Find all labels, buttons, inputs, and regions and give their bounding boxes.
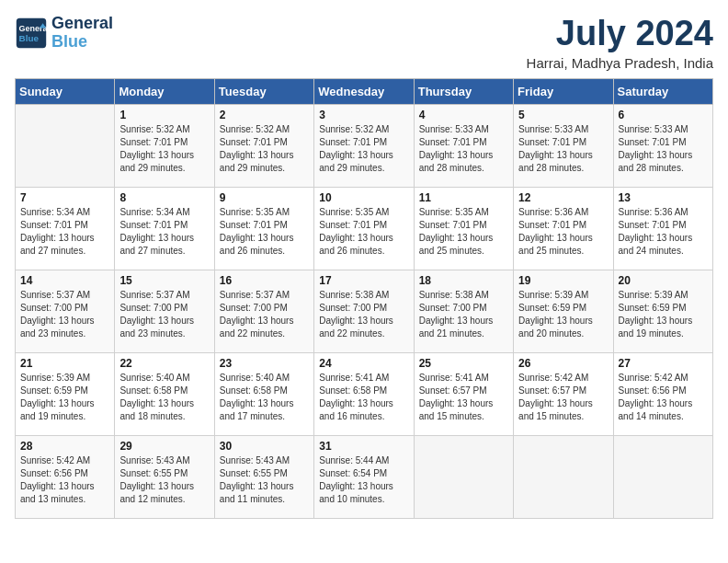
day-number: 25 <box>419 357 508 370</box>
day-number: 22 <box>119 357 209 370</box>
day-detail: Sunrise: 5:41 AMSunset: 6:58 PMDaylight:… <box>319 372 408 423</box>
day-cell: 4Sunrise: 5:33 AMSunset: 7:01 PMDaylight… <box>414 104 513 187</box>
day-cell: 26Sunrise: 5:42 AMSunset: 6:57 PMDayligh… <box>514 352 613 435</box>
day-number: 21 <box>20 357 109 370</box>
day-number: 14 <box>20 274 109 287</box>
column-header-wednesday: Wednesday <box>314 78 414 104</box>
day-cell: 17Sunrise: 5:38 AMSunset: 7:00 PMDayligh… <box>314 270 414 352</box>
day-detail: Sunrise: 5:36 AMSunset: 7:01 PMDaylight:… <box>518 206 608 258</box>
day-detail: Sunrise: 5:35 AMSunset: 7:01 PMDaylight:… <box>419 206 508 258</box>
day-detail: Sunrise: 5:38 AMSunset: 7:00 PMDaylight:… <box>419 289 508 340</box>
day-detail: Sunrise: 5:35 AMSunset: 7:01 PMDaylight:… <box>319 206 408 258</box>
day-cell: 5Sunrise: 5:33 AMSunset: 7:01 PMDaylight… <box>514 104 613 187</box>
header: General Blue General Blue July 2024 Harr… <box>15 15 713 71</box>
day-cell: 23Sunrise: 5:40 AMSunset: 6:58 PMDayligh… <box>214 352 313 435</box>
week-row-3: 14Sunrise: 5:37 AMSunset: 7:00 PMDayligh… <box>16 270 713 352</box>
day-detail: Sunrise: 5:38 AMSunset: 7:00 PMDaylight:… <box>319 289 408 340</box>
day-number: 13 <box>619 191 708 204</box>
column-header-saturday: Saturday <box>613 78 712 104</box>
day-cell: 18Sunrise: 5:38 AMSunset: 7:00 PMDayligh… <box>414 270 513 352</box>
day-number: 1 <box>119 109 209 121</box>
day-detail: Sunrise: 5:42 AMSunset: 6:56 PMDaylight:… <box>20 454 109 506</box>
day-detail: Sunrise: 5:43 AMSunset: 6:55 PMDaylight:… <box>220 454 309 506</box>
day-detail: Sunrise: 5:37 AMSunset: 7:00 PMDaylight:… <box>119 289 209 340</box>
day-detail: Sunrise: 5:37 AMSunset: 7:00 PMDaylight:… <box>220 289 309 340</box>
logo-icon: General Blue <box>15 17 48 50</box>
day-detail: Sunrise: 5:33 AMSunset: 7:01 PMDaylight:… <box>619 123 708 175</box>
day-number: 3 <box>319 109 408 121</box>
day-cell: 3Sunrise: 5:32 AMSunset: 7:01 PMDaylight… <box>314 104 414 187</box>
day-cell: 20Sunrise: 5:39 AMSunset: 6:59 PMDayligh… <box>613 270 712 352</box>
logo-text: General Blue <box>51 15 113 52</box>
day-cell: 21Sunrise: 5:39 AMSunset: 6:59 PMDayligh… <box>16 352 115 435</box>
week-row-4: 21Sunrise: 5:39 AMSunset: 6:59 PMDayligh… <box>16 352 713 435</box>
day-number: 29 <box>119 440 209 453</box>
day-cell: 27Sunrise: 5:42 AMSunset: 6:56 PMDayligh… <box>613 352 712 435</box>
week-row-5: 28Sunrise: 5:42 AMSunset: 6:56 PMDayligh… <box>16 435 713 518</box>
day-cell <box>16 104 115 187</box>
day-cell: 28Sunrise: 5:42 AMSunset: 6:56 PMDayligh… <box>16 435 115 518</box>
day-detail: Sunrise: 5:41 AMSunset: 6:57 PMDaylight:… <box>419 372 508 423</box>
day-number: 15 <box>119 274 209 287</box>
day-number: 7 <box>20 191 109 204</box>
day-cell: 6Sunrise: 5:33 AMSunset: 7:01 PMDaylight… <box>613 104 712 187</box>
day-detail: Sunrise: 5:39 AMSunset: 6:59 PMDaylight:… <box>20 372 109 423</box>
day-detail: Sunrise: 5:37 AMSunset: 7:00 PMDaylight:… <box>20 289 109 340</box>
day-cell: 13Sunrise: 5:36 AMSunset: 7:01 PMDayligh… <box>613 187 712 270</box>
header-row: SundayMondayTuesdayWednesdayThursdayFrid… <box>16 78 713 104</box>
day-number: 11 <box>419 191 508 204</box>
day-cell: 7Sunrise: 5:34 AMSunset: 7:01 PMDaylight… <box>16 187 115 270</box>
day-number: 23 <box>220 357 309 370</box>
day-number: 9 <box>220 191 309 204</box>
day-detail: Sunrise: 5:34 AMSunset: 7:01 PMDaylight:… <box>119 206 209 258</box>
day-detail: Sunrise: 5:42 AMSunset: 6:56 PMDaylight:… <box>619 372 708 423</box>
day-cell: 2Sunrise: 5:32 AMSunset: 7:01 PMDaylight… <box>214 104 313 187</box>
logo: General Blue General Blue <box>15 15 113 52</box>
day-number: 5 <box>518 109 608 121</box>
day-number: 27 <box>619 357 708 370</box>
column-header-sunday: Sunday <box>16 78 115 104</box>
subtitle: Harrai, Madhya Pradesh, India <box>527 55 713 71</box>
svg-text:Blue: Blue <box>19 33 40 43</box>
day-number: 19 <box>518 274 608 287</box>
day-cell: 11Sunrise: 5:35 AMSunset: 7:01 PMDayligh… <box>414 187 513 270</box>
day-detail: Sunrise: 5:34 AMSunset: 7:01 PMDaylight:… <box>20 206 109 258</box>
day-cell: 24Sunrise: 5:41 AMSunset: 6:58 PMDayligh… <box>314 352 414 435</box>
day-cell <box>414 435 513 518</box>
day-number: 6 <box>619 109 708 121</box>
day-number: 10 <box>319 191 408 204</box>
main-title: July 2024 <box>527 15 713 53</box>
day-detail: Sunrise: 5:39 AMSunset: 6:59 PMDaylight:… <box>619 289 708 340</box>
day-number: 30 <box>220 440 309 453</box>
day-cell: 29Sunrise: 5:43 AMSunset: 6:55 PMDayligh… <box>115 435 214 518</box>
day-number: 20 <box>619 274 708 287</box>
day-number: 24 <box>319 357 408 370</box>
day-number: 18 <box>419 274 508 287</box>
calendar-table: SundayMondayTuesdayWednesdayThursdayFrid… <box>15 78 713 519</box>
day-cell: 9Sunrise: 5:35 AMSunset: 7:01 PMDaylight… <box>214 187 313 270</box>
day-cell: 15Sunrise: 5:37 AMSunset: 7:00 PMDayligh… <box>115 270 214 352</box>
column-header-friday: Friday <box>514 78 613 104</box>
day-detail: Sunrise: 5:32 AMSunset: 7:01 PMDaylight:… <box>119 123 209 175</box>
day-detail: Sunrise: 5:44 AMSunset: 6:54 PMDaylight:… <box>319 454 408 506</box>
day-detail: Sunrise: 5:32 AMSunset: 7:01 PMDaylight:… <box>319 123 408 175</box>
day-detail: Sunrise: 5:33 AMSunset: 7:01 PMDaylight:… <box>419 123 508 175</box>
day-cell: 19Sunrise: 5:39 AMSunset: 6:59 PMDayligh… <box>514 270 613 352</box>
day-cell: 16Sunrise: 5:37 AMSunset: 7:00 PMDayligh… <box>214 270 313 352</box>
day-number: 31 <box>319 440 408 453</box>
day-number: 12 <box>518 191 608 204</box>
day-detail: Sunrise: 5:35 AMSunset: 7:01 PMDaylight:… <box>220 206 309 258</box>
day-number: 4 <box>419 109 508 121</box>
column-header-monday: Monday <box>115 78 214 104</box>
day-cell: 8Sunrise: 5:34 AMSunset: 7:01 PMDaylight… <box>115 187 214 270</box>
day-number: 2 <box>220 109 309 121</box>
day-cell: 30Sunrise: 5:43 AMSunset: 6:55 PMDayligh… <box>214 435 313 518</box>
day-cell: 25Sunrise: 5:41 AMSunset: 6:57 PMDayligh… <box>414 352 513 435</box>
day-cell <box>613 435 712 518</box>
day-detail: Sunrise: 5:40 AMSunset: 6:58 PMDaylight:… <box>119 372 209 423</box>
week-row-2: 7Sunrise: 5:34 AMSunset: 7:01 PMDaylight… <box>16 187 713 270</box>
day-cell: 22Sunrise: 5:40 AMSunset: 6:58 PMDayligh… <box>115 352 214 435</box>
week-row-1: 1Sunrise: 5:32 AMSunset: 7:01 PMDaylight… <box>16 104 713 187</box>
day-cell: 12Sunrise: 5:36 AMSunset: 7:01 PMDayligh… <box>514 187 613 270</box>
day-detail: Sunrise: 5:33 AMSunset: 7:01 PMDaylight:… <box>518 123 608 175</box>
